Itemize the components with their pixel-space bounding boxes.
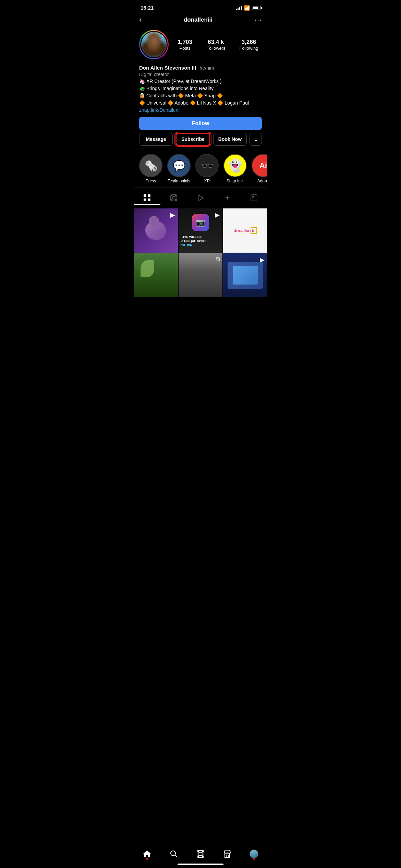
posts-count: 1,703 (178, 39, 192, 46)
bio-line-2: 🐲 Brings Imaginations into Reality (139, 85, 262, 92)
tab-reels[interactable] (160, 191, 187, 205)
bio-line-4: 🔶 Universal 🔶 Adobe 🔶 Lil Nas X 🔶 Logan … (139, 99, 262, 107)
highlight-testimonials-circle: 💬 (167, 154, 191, 177)
nav-bar: ‹ donalleniii ··· (134, 13, 267, 27)
highlight-adobe[interactable]: Ai Adobe (252, 154, 267, 183)
highlight-testimonials-label: Testimonials (168, 179, 190, 183)
grid-item-1[interactable]: ▶ (134, 208, 178, 253)
status-icons: 📶 (236, 5, 260, 11)
highlight-press-circle: 🗞️ (139, 154, 162, 177)
svg-marker-10 (199, 195, 203, 201)
highlight-press-label: Press (146, 179, 156, 183)
dropdown-button[interactable]: ⌄ (250, 133, 262, 146)
bio-line-1: 🦄 XR Creator (Prev. at DreamWorks ) (139, 78, 262, 85)
posts-label: Posts (178, 46, 192, 51)
highlight-snap[interactable]: 👻 Snap Inc. (223, 154, 247, 183)
profile-link[interactable]: znap.link/Donalleniii (139, 107, 262, 113)
battery-icon (252, 6, 260, 10)
play-icon-1: ▶ (170, 211, 175, 219)
profile-section: 1,703 Posts 63.4 k Followers 3,266 Follo… (134, 27, 267, 150)
play-icon-6: ▶ (260, 256, 265, 264)
svg-rect-11 (251, 195, 257, 201)
highlight-press[interactable]: 🗞️ Press (139, 154, 162, 183)
posts-stat[interactable]: 1,703 Posts (178, 39, 192, 51)
tab-sparkle[interactable] (214, 191, 241, 205)
time: 15:21 (141, 5, 154, 11)
highlight-adobe-label: Adobe (257, 179, 267, 183)
grid-item-5[interactable]: ⧉ (179, 253, 223, 298)
highlight-snap-circle: 👻 (223, 154, 247, 177)
following-label: Following (240, 46, 258, 51)
account-type: Digital creator (139, 72, 262, 77)
subscribe-button[interactable]: Subscribe (175, 133, 210, 146)
action-buttons: Message Subscribe Book Now ⌄ (139, 133, 262, 146)
svg-point-7 (175, 195, 177, 196)
followers-stat[interactable]: 63.4 k Followers (206, 39, 226, 51)
grid-item-6[interactable]: ▶ (223, 253, 267, 298)
tab-tagged[interactable] (241, 191, 267, 205)
svg-rect-1 (148, 194, 150, 197)
svg-point-9 (175, 200, 177, 201)
status-bar: 15:21 📶 (134, 0, 267, 13)
grid-item-3[interactable]: donallen iii (223, 208, 267, 253)
highlight-adobe-circle: Ai (252, 154, 267, 177)
book-now-button[interactable]: Book Now (213, 133, 247, 146)
highlight-xr[interactable]: 🕶️ XR (195, 154, 219, 183)
back-button[interactable]: ‹ (139, 15, 142, 24)
svg-rect-0 (144, 194, 146, 197)
highlight-snap-label: Snap Inc. (227, 179, 244, 183)
grid-item-4[interactable] (134, 253, 178, 298)
full-name: Don Allen Stevenson III (139, 65, 196, 71)
svg-point-12 (252, 196, 254, 197)
wifi-icon: 📶 (244, 5, 250, 11)
svg-rect-3 (148, 198, 150, 201)
followers-count: 63.4 k (206, 39, 226, 46)
image-grid: ▶ 📷 THIS WILL BEA UNIQUE SPACEWITHIN ▶ d… (134, 208, 267, 297)
copy-icon: ⧉ (216, 256, 220, 262)
svg-rect-2 (144, 198, 146, 201)
svg-point-5 (172, 196, 175, 199)
play-icon-2: ▶ (215, 211, 220, 219)
highlight-testimonials[interactable]: 💬 Testimonials (167, 154, 191, 183)
more-options-button[interactable]: ··· (255, 15, 262, 24)
pronouns: he/him (200, 65, 214, 71)
followers-label: Followers (206, 46, 226, 51)
profile-username: donalleniii (184, 16, 212, 23)
message-button[interactable]: Message (139, 133, 173, 146)
stats-row: 1,703 Posts 63.4 k Followers 3,266 Follo… (174, 39, 262, 51)
tabs-section (134, 188, 267, 208)
highlight-xr-label: XR (204, 179, 210, 183)
bio-line-3: 🧝 Contracts with 🔶 Meta 🔶 Snap 🔶 (139, 92, 262, 99)
highlights-row: 🗞️ Press 💬 Testimonials 🕶️ XR 👻 Snap Inc… (134, 154, 267, 183)
highlights-section: 🗞️ Press 💬 Testimonials 🕶️ XR 👻 Snap Inc… (134, 150, 267, 186)
svg-point-6 (171, 195, 172, 196)
svg-point-8 (171, 200, 172, 201)
following-stat[interactable]: 3,266 Following (240, 39, 258, 51)
signal-icon (236, 6, 242, 10)
follow-button[interactable]: Follow (139, 117, 262, 130)
tab-grid[interactable] (134, 191, 160, 205)
avatar[interactable] (139, 30, 169, 59)
highlight-xr-circle: 🕶️ (195, 154, 219, 177)
following-count: 3,266 (240, 39, 258, 46)
profile-header: 1,703 Posts 63.4 k Followers 3,266 Follo… (139, 30, 262, 59)
grid-item-2[interactable]: 📷 THIS WILL BEA UNIQUE SPACEWITHIN ▶ (179, 208, 223, 253)
tab-play[interactable] (187, 191, 214, 205)
bio-section: Don Allen Stevenson III he/him Digital c… (139, 64, 262, 117)
